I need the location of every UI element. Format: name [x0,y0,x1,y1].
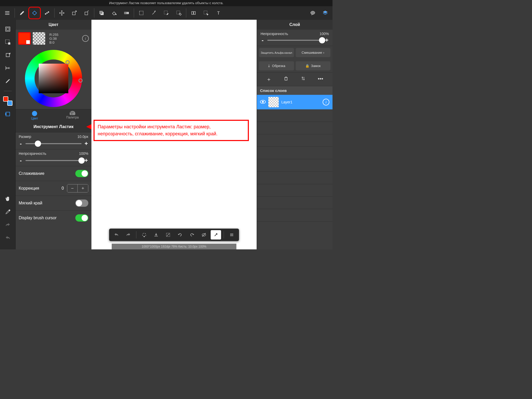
add-layer-icon[interactable]: ＋ [266,76,271,83]
layers-icon[interactable] [319,7,331,19]
redo-icon[interactable] [3,220,12,230]
layer-info-icon[interactable]: i [323,99,329,105]
rotate-right-icon[interactable] [187,230,197,240]
fg-bg-swatch[interactable] [3,96,12,106]
visibility-icon[interactable] [260,99,266,105]
layer-opacity-slider[interactable] [267,40,322,41]
svg-rect-25 [5,113,6,115]
empty-slot [257,209,332,222]
blend-button[interactable]: Смешивание› [296,48,331,57]
soft-edge-toggle[interactable] [75,200,88,207]
lock-button[interactable]: 🔒Замок [296,61,331,70]
foreground-swatch[interactable] [18,32,31,45]
undo-button[interactable] [111,230,122,240]
crop-down-icon: ⤓ [268,64,270,68]
undo-icon[interactable] [3,233,12,243]
layer-header: Слой [257,20,332,30]
layer-list-header: Список слоев [257,86,332,95]
cursor-label: Display brush cursor [19,216,57,220]
opacity-minus[interactable]: - [19,157,23,164]
correction-minus[interactable]: − [67,184,78,192]
eyedropper-icon[interactable] [3,207,12,217]
select-brush-tool[interactable] [160,7,172,19]
opacity-value: 100% [79,151,88,156]
deselect-icon[interactable] [163,230,173,240]
layer-opacity-plus[interactable]: + [325,37,329,44]
size-value: 10.0px [77,135,88,139]
layer-name: Layer1 [281,100,320,104]
canvas[interactable]: Параметры настройки инструмента Ластик: … [91,20,257,249]
cursor-toggle[interactable] [75,214,88,222]
eraser-tool[interactable] [28,7,41,19]
crop-button[interactable]: ⤓Обрезка [259,61,294,70]
delete-layer-icon[interactable] [284,76,288,83]
hand-icon[interactable] [3,194,12,204]
correction-plus[interactable]: + [78,184,88,192]
hue-marker-2[interactable] [78,78,83,83]
reference-icon[interactable] [3,109,12,119]
layer-opacity-label: Непрозрачность [261,32,288,36]
info-icon[interactable]: i [82,35,89,42]
antialias-toggle[interactable] [75,170,88,177]
size-setting: Размер10.0px - + [16,132,91,149]
tab-color[interactable]: Цвет [16,109,54,121]
reorder-layer-icon[interactable] [301,76,305,83]
layer-item[interactable]: Layer1 i [257,95,332,109]
tab-palette[interactable]: Палитра [54,109,91,121]
background-swatch[interactable] [33,32,45,45]
size-slider[interactable] [25,143,82,144]
select-eraser-tool[interactable] [172,7,185,19]
crop-tool[interactable] [81,7,93,19]
opacity-plus[interactable]: + [84,157,88,164]
empty-slot [257,159,332,172]
layer-opacity-row: Непрозрачность100% - + [257,30,332,46]
flip-icon[interactable] [3,63,12,73]
svg-rect-3 [48,12,49,13]
brush-icon[interactable] [3,76,12,86]
select-rect-tool[interactable] [135,7,148,19]
bottombar-menu-icon[interactable] [227,230,237,240]
pixel-tool[interactable] [41,7,53,19]
fill-tool[interactable] [108,7,120,19]
refresh-icon[interactable] [139,230,149,240]
gradient-tool[interactable] [120,7,133,19]
color-header: Цвет [16,20,91,30]
move-tool[interactable] [56,7,68,19]
select-icon[interactable] [3,37,12,47]
opacity-slider[interactable] [25,160,82,161]
empty-slot [257,122,332,134]
svg-rect-15 [194,12,195,15]
redo-button[interactable] [123,230,134,240]
menu-button[interactable] [1,7,14,19]
correction-value: 0 [62,186,64,191]
size-plus[interactable]: + [84,140,88,147]
soft-edge-label: Мягкий край [19,201,42,205]
rotate-left-icon[interactable] [175,230,185,240]
new-layer-icon[interactable] [3,24,12,34]
chat-icon[interactable] [307,7,319,19]
divide-tool[interactable] [187,7,200,19]
layer-opacity-minus[interactable]: - [261,37,265,44]
shape-tool[interactable] [95,7,108,19]
hide-icon[interactable] [199,230,209,240]
protect-alpha-button[interactable]: Защитить Альфа-канал [259,48,294,57]
wand-tool[interactable] [148,7,160,19]
color-box[interactable] [39,64,68,93]
brush-tool[interactable] [16,7,28,19]
color-wheel[interactable] [25,50,82,107]
text-tool[interactable]: T [212,7,225,19]
hue-marker-1[interactable] [65,60,70,64]
fullscreen-icon[interactable] [211,230,221,240]
size-label: Размер [19,135,31,139]
rotate-icon[interactable] [3,50,12,60]
empty-slot [257,134,332,147]
status-bar: 1000*1000px 192dpi 76% Кисть: 10.0px 100… [112,244,236,249]
correction-stepper[interactable]: − + [67,184,88,192]
size-minus[interactable]: - [19,140,23,147]
rgb-readout: R:255 G:38 B:0 [49,33,58,44]
more-layer-icon[interactable]: ••• [318,76,323,83]
save-icon[interactable] [151,230,161,240]
svg-point-8 [116,14,117,15]
transform-tool[interactable] [68,7,81,19]
select-move-tool[interactable] [200,7,212,19]
